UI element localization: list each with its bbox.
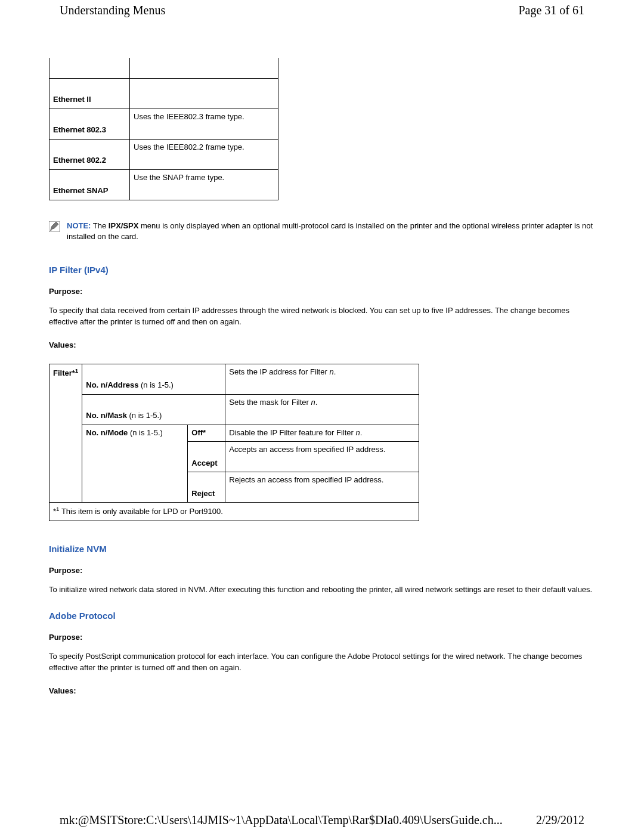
note-label: NOTE: — [67, 221, 91, 230]
purpose-text: To initialize wired network data stored … — [49, 584, 595, 595]
frame-type-desc: Uses the IEEE802.3 frame type. — [130, 109, 278, 140]
footer-date: 2/29/2012 — [536, 813, 584, 827]
mask-label-paren: (n is 1-5.) — [127, 411, 162, 420]
mode-reject-desc: Rejects an access from specified IP addr… — [225, 472, 419, 503]
mask-label-bold: No. n/Mask — [86, 411, 127, 420]
purpose-label: Purpose: — [49, 633, 595, 642]
pencil-icon — [49, 221, 60, 232]
mode-label-bold: No. n/Mode — [86, 428, 128, 437]
desc-post: . — [360, 428, 363, 437]
purpose-label: Purpose: — [49, 566, 595, 575]
note-text-part: menu is only displayed when an optional … — [67, 221, 593, 241]
frame-type-desc-cell — [130, 58, 278, 79]
header-page-number: Page 31 of 61 — [518, 4, 584, 17]
table-row: Ethernet SNAP Use the SNAP frame type. — [49, 170, 278, 200]
frame-type-table: Ethernet II Ethernet 802.3 Uses the IEEE… — [49, 58, 278, 200]
note-text-part: The — [91, 221, 108, 230]
desc-var: n — [329, 367, 333, 376]
frame-type-label: Ethernet II — [49, 79, 130, 109]
filter-label: Filter* — [53, 368, 75, 377]
frame-type-cell — [49, 58, 130, 79]
mode-label-paren: (n is 1-5.) — [128, 428, 163, 437]
address-label-cell: No. n/Address (n is 1-5.) — [82, 364, 225, 394]
header-title: Understanding Menus — [60, 4, 165, 17]
section-heading-ip-filter: IP Filter (IPv4) — [49, 265, 595, 275]
mask-desc-cell: Sets the mask for Filter n. — [225, 394, 419, 425]
page-header: Understanding Menus Page 31 of 61 — [0, 0, 644, 17]
desc-post: . — [315, 398, 318, 407]
frame-type-label: Ethernet 802.3 — [49, 109, 130, 140]
desc-var: n — [311, 398, 315, 407]
note-text: NOTE: The IPX/SPX menu is only displayed… — [67, 221, 595, 242]
frame-type-desc: Use the SNAP frame type. — [130, 170, 278, 200]
desc-pre: Sets the IP address for Filter — [229, 367, 329, 376]
desc-pre: Disable the IP Filter feature for Filter — [229, 428, 355, 437]
page-content: Ethernet II Ethernet 802.3 Uses the IEEE… — [0, 58, 644, 695]
table-row: No. n/Mode (n is 1-5.) Off* Disable the … — [49, 425, 419, 442]
table-row: Filter*1 No. n/Address (n is 1-5.) Sets … — [49, 364, 419, 394]
filter-label-cell: Filter*1 — [49, 364, 82, 503]
frame-type-label: Ethernet 802.2 — [49, 140, 130, 170]
values-label: Values: — [49, 340, 595, 349]
table-row — [49, 58, 278, 79]
desc-pre: Sets the mask for Filter — [229, 398, 311, 407]
mode-label-cell: No. n/Mode (n is 1-5.) — [82, 425, 188, 503]
mode-reject-label: Reject — [188, 472, 225, 503]
purpose-text: To specify PostScript communication prot… — [49, 651, 595, 673]
desc-post: . — [334, 367, 336, 376]
purpose-label: Purpose: — [49, 287, 595, 296]
ip-filter-values-table: Filter*1 No. n/Address (n is 1-5.) Sets … — [49, 364, 419, 521]
mode-accept-desc: Accepts an access from specified IP addr… — [225, 442, 419, 472]
values-label: Values: — [49, 686, 595, 695]
page: Understanding Menus Page 31 of 61 Ethern… — [0, 0, 644, 833]
table-row: Ethernet 802.2 Uses the IEEE802.2 frame … — [49, 140, 278, 170]
address-desc-cell: Sets the IP address for Filter n. — [225, 364, 419, 394]
frame-type-label: Ethernet SNAP — [49, 170, 130, 200]
table-row: No. n/Mask (n is 1-5.) Sets the mask for… — [49, 394, 419, 425]
mode-accept-label: Accept — [188, 442, 225, 472]
section-heading-initialize-nvm: Initialize NVM — [49, 544, 595, 554]
frame-type-desc: Uses the IEEE802.2 frame type. — [130, 140, 278, 170]
address-label-bold: No. n/Address — [86, 380, 138, 389]
table-row: Ethernet 802.3 Uses the IEEE802.3 frame … — [49, 109, 278, 140]
section-heading-adobe-protocol: Adobe Protocol — [49, 611, 595, 621]
note-bold-term: IPX/SPX — [109, 221, 139, 230]
purpose-text: To specify that data received from certa… — [49, 305, 595, 327]
filter-label-sup: 1 — [75, 367, 78, 374]
desc-var: n — [355, 428, 360, 437]
table-footnote-row: *1 This item is only available for LPD o… — [49, 503, 419, 521]
frame-type-desc — [130, 79, 278, 109]
mask-label-cell: No. n/Mask (n is 1-5.) — [82, 394, 225, 425]
footnote-cell: *1 This item is only available for LPD o… — [49, 503, 419, 521]
table-row: Ethernet II — [49, 79, 278, 109]
note-block: NOTE: The IPX/SPX menu is only displayed… — [49, 221, 595, 242]
page-footer: mk:@MSITStore:C:\Users\14JMIS~1\AppData\… — [0, 813, 644, 827]
mode-off-label: Off* — [188, 425, 225, 442]
footer-path: mk:@MSITStore:C:\Users\14JMIS~1\AppData\… — [60, 813, 503, 827]
footnote-text: This item is only available for LPD or P… — [60, 507, 223, 516]
address-label-paren: (n is 1-5.) — [138, 380, 174, 389]
mode-off-desc-cell: Disable the IP Filter feature for Filter… — [225, 425, 419, 442]
